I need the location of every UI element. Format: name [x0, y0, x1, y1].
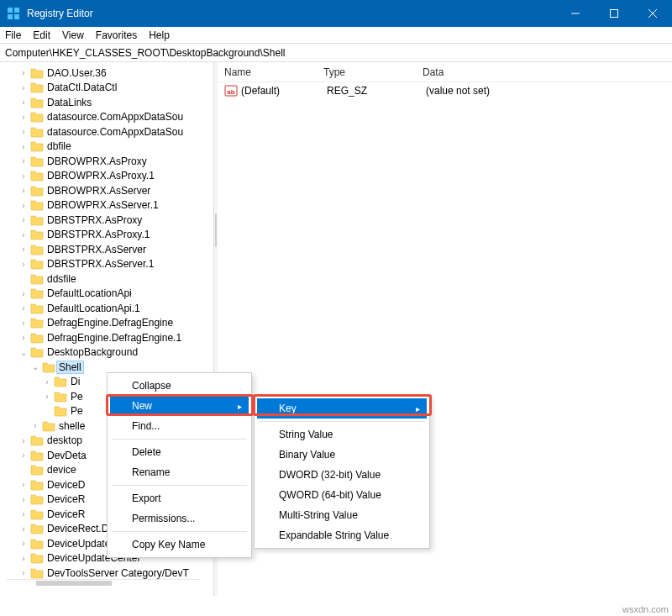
- col-name[interactable]: Name: [218, 66, 317, 78]
- folder-icon: [30, 567, 44, 579]
- ctx-collapse[interactable]: Collapse: [110, 376, 249, 396]
- chevron-right-icon[interactable]: ›: [18, 554, 29, 563]
- chevron-right-icon[interactable]: ›: [18, 524, 29, 534]
- tree-label: DefragEngine.DefragEngine.1: [47, 332, 181, 344]
- folder-icon: [30, 303, 44, 314]
- menu-file[interactable]: File: [5, 29, 21, 41]
- ctx-new-string[interactable]: String Value: [257, 424, 427, 445]
- chevron-right-icon[interactable]: ›: [42, 392, 52, 401]
- tree-item[interactable]: ›DefragEngine.DefragEngine: [0, 316, 213, 331]
- chevron-right-icon[interactable]: ›: [18, 186, 29, 195]
- tree-item[interactable]: ›DataCtl.DataCtl: [0, 81, 213, 96]
- tree-item[interactable]: ›DBROWPRX.AsServer.1: [0, 198, 213, 213]
- chevron-right-icon[interactable]: ›: [18, 333, 29, 342]
- tree-label: shelle: [59, 420, 85, 432]
- folder-icon: [30, 508, 44, 520]
- tree-item[interactable]: ›DBRSTPRX.AsProxy: [0, 213, 213, 228]
- chevron-right-icon[interactable]: ›: [18, 539, 29, 548]
- ctx-new-dword[interactable]: DWORD (32-bit) Value: [257, 465, 427, 485]
- tree-label: DBROWPRX.AsServer: [47, 185, 150, 197]
- tree-item[interactable]: ›DBROWPRX.AsServer: [0, 183, 213, 198]
- ctx-delete[interactable]: Delete: [110, 442, 249, 462]
- menu-view[interactable]: View: [62, 29, 84, 41]
- horizontal-scrollbar[interactable]: [7, 579, 200, 586]
- chevron-right-icon[interactable]: ›: [18, 568, 29, 577]
- chevron-right-icon[interactable]: ›: [30, 421, 40, 430]
- ctx-rename[interactable]: Rename: [110, 462, 249, 482]
- tree-item[interactable]: ›DefaultLocationApi: [0, 287, 213, 302]
- tree-item[interactable]: ›DBRSTPRX.AsProxy.1: [0, 228, 213, 243]
- svg-rect-1: [14, 8, 19, 13]
- chevron-right-icon[interactable]: ›: [18, 230, 29, 240]
- tree-item[interactable]: ›DBROWPRX.AsProxy: [0, 154, 213, 169]
- chevron-right-icon[interactable]: ›: [18, 156, 29, 166]
- ctx-new[interactable]: New: [110, 396, 249, 416]
- ctx-new-multistring[interactable]: Multi-String Value: [257, 505, 427, 525]
- tree-label: Di: [71, 376, 80, 387]
- chevron-right-icon[interactable]: ›: [18, 245, 29, 254]
- folder-icon: [30, 346, 44, 358]
- svg-rect-5: [611, 10, 618, 18]
- context-menu-new: Key String Value Binary Value DWORD (32-…: [254, 395, 430, 549]
- folder-icon: [30, 111, 44, 123]
- tree-label: desktop: [47, 434, 82, 446]
- ctx-new-key[interactable]: Key: [257, 398, 427, 419]
- titlebar[interactable]: Registry Editor: [0, 0, 672, 27]
- chevron-right-icon[interactable]: ›: [18, 83, 29, 92]
- minimize-button[interactable]: [556, 0, 595, 27]
- chevron-right-icon[interactable]: ›: [18, 495, 29, 504]
- value-row[interactable]: ab (Default) REG_SZ (value not set): [218, 82, 672, 99]
- tree-item[interactable]: ⌄DesktopBackground: [0, 345, 213, 361]
- chevron-right-icon[interactable]: ›: [18, 215, 29, 224]
- tree-item[interactable]: ›DevToolsServer Category/DevT: [0, 566, 213, 581]
- ctx-new-expandstring[interactable]: Expandable String Value: [257, 525, 427, 545]
- chevron-right-icon[interactable]: ›: [18, 68, 29, 77]
- menu-help[interactable]: Help: [149, 29, 170, 41]
- chevron-right-icon[interactable]: ›: [18, 171, 29, 181]
- folder-icon: [54, 376, 67, 387]
- tree-item[interactable]: ›DefaultLocationApi.1: [0, 301, 213, 316]
- tree-label: datasource.ComAppxDataSou: [47, 126, 183, 138]
- ctx-new-qword[interactable]: QWORD (64-bit) Value: [257, 485, 427, 505]
- menu-favorites[interactable]: Favorites: [96, 29, 137, 41]
- chevron-right-icon[interactable]: ›: [18, 480, 29, 489]
- chevron-right-icon[interactable]: ›: [18, 97, 29, 107]
- ctx-copykeyname[interactable]: Copy Key Name: [110, 534, 249, 555]
- chevron-right-icon[interactable]: ›: [18, 436, 29, 445]
- tree-item[interactable]: ›dbfile: [0, 140, 213, 155]
- tree-item[interactable]: ›DBRSTPRX.AsServer: [0, 242, 213, 257]
- chevron-down-icon[interactable]: ⌄: [18, 348, 29, 357]
- ctx-new-binary[interactable]: Binary Value: [257, 445, 427, 465]
- chevron-down-icon[interactable]: ⌄: [30, 362, 40, 371]
- tree-item[interactable]: ddsfile: [0, 271, 213, 287]
- chevron-right-icon[interactable]: ›: [18, 113, 29, 122]
- col-type[interactable]: Type: [317, 66, 416, 78]
- chevron-right-icon[interactable]: ›: [18, 450, 29, 460]
- chevron-right-icon[interactable]: ›: [18, 289, 29, 298]
- ctx-find[interactable]: Find...: [110, 416, 249, 436]
- tree-item[interactable]: ›DataLinks: [0, 95, 213, 110]
- chevron-right-icon[interactable]: ›: [42, 377, 52, 387]
- address-bar[interactable]: Computer\HKEY_CLASSES_ROOT\DesktopBackgr…: [0, 44, 672, 62]
- tree-item[interactable]: ›DefragEngine.DefragEngine.1: [0, 330, 213, 345]
- tree-item[interactable]: ›DAO.User.36: [0, 66, 213, 81]
- chevron-right-icon[interactable]: ›: [18, 142, 29, 151]
- tree-item[interactable]: ›datasource.ComAppxDataSou: [0, 124, 213, 140]
- maximize-button[interactable]: [595, 0, 633, 27]
- tree-item[interactable]: ›DBROWPRX.AsProxy.1: [0, 169, 213, 184]
- chevron-right-icon[interactable]: ›: [18, 127, 29, 136]
- chevron-right-icon[interactable]: ›: [18, 509, 29, 519]
- tree-label: DBRSTPRX.AsProxy.1: [47, 229, 150, 240]
- close-button[interactable]: [633, 0, 672, 27]
- chevron-right-icon[interactable]: ›: [18, 260, 29, 269]
- ctx-export[interactable]: Export: [110, 488, 249, 508]
- tree-item[interactable]: ›datasource.ComAppxDataSou: [0, 110, 213, 125]
- tree-item[interactable]: ›DBRSTPRX.AsServer.1: [0, 257, 213, 272]
- chevron-right-icon[interactable]: ›: [18, 201, 29, 210]
- chevron-right-icon[interactable]: ›: [18, 319, 29, 328]
- menu-edit[interactable]: Edit: [33, 29, 50, 41]
- col-data[interactable]: Data: [416, 66, 672, 78]
- list-header[interactable]: Name Type Data: [218, 62, 672, 82]
- ctx-permissions[interactable]: Permissions...: [110, 508, 249, 529]
- chevron-right-icon[interactable]: ›: [18, 303, 29, 313]
